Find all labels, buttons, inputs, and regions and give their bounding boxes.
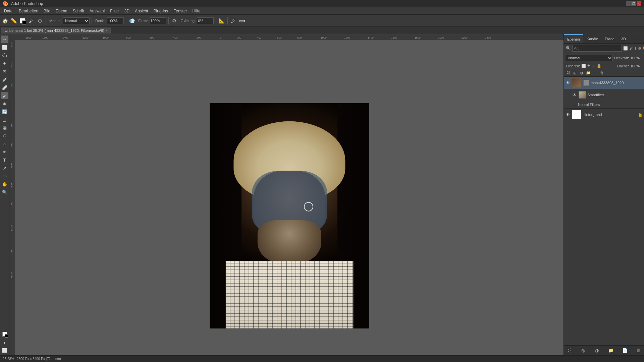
- healing-brush-tool[interactable]: 🩹: [1, 84, 8, 91]
- beard-shape: [258, 220, 321, 265]
- zoom-tool[interactable]: 🔍: [1, 188, 8, 196]
- shape-tool[interactable]: ▭: [1, 172, 8, 180]
- layer-item-hintergrund[interactable]: 👁 Hintergrund 🔒: [564, 109, 644, 121]
- close-button[interactable]: ✕: [637, 1, 641, 6]
- brush-tool[interactable]: 🖌: [1, 92, 8, 99]
- pen-tool[interactable]: ✒: [1, 148, 8, 156]
- canvas-area[interactable]: 1800 1600 1400 1200 1000 800 600 400 200…: [9, 34, 564, 355]
- photo-canvas[interactable]: [210, 103, 369, 328]
- fixieren-icon-4[interactable]: 🔒: [597, 64, 601, 68]
- menu-datei[interactable]: Datei: [1, 8, 16, 14]
- deck-input[interactable]: [107, 17, 124, 24]
- group-btn[interactable]: 📁: [607, 347, 614, 354]
- brush-options-icon[interactable]: 🖌: [28, 17, 35, 24]
- adjustment-btn[interactable]: ◑: [594, 347, 600, 354]
- add-layer-icon[interactable]: +: [592, 70, 598, 76]
- add-mask-icon[interactable]: ◎: [572, 70, 578, 76]
- adjustment-icon[interactable]: ◑: [579, 70, 585, 76]
- clone-stamp-tool[interactable]: ⊕: [1, 100, 8, 107]
- menu-schrift[interactable]: Schrift: [70, 8, 87, 14]
- home-icon[interactable]: 🏠: [1, 17, 9, 24]
- flaeche-value[interactable]: 100%: [630, 64, 642, 68]
- marquee-tool[interactable]: ⬜: [1, 44, 8, 51]
- tab-close-button[interactable]: ×: [106, 28, 108, 32]
- document-tab[interactable]: Unbenannt-1 bei 25,3% (man-4333898_1920,…: [1, 27, 111, 34]
- layer-visibility-hintergrund[interactable]: 👁: [565, 112, 571, 117]
- layer-neural-filters[interactable]: — Neural Filters: [564, 101, 644, 108]
- move-tool[interactable]: ↔: [1, 36, 8, 43]
- opacity-value[interactable]: 100%: [630, 56, 642, 60]
- layer-item-man[interactable]: 👁 man-4333898_1920: [564, 77, 644, 89]
- lasso-tool[interactable]: [1, 52, 8, 59]
- smoothing-icon[interactable]: ⚙: [171, 17, 178, 24]
- menu-bild[interactable]: Bild: [41, 8, 53, 14]
- canvas-viewport[interactable]: [15, 40, 564, 355]
- delete-btn[interactable]: 🗑: [635, 347, 642, 354]
- color-tools[interactable]: [1, 330, 8, 338]
- dodge-tool[interactable]: ○: [1, 140, 8, 147]
- color-swatch[interactable]: [19, 17, 26, 24]
- layer-visibility-smartfilter[interactable]: 👁: [572, 92, 577, 98]
- fill-row: Fixieren: ⬜ ✚ ↔ 🔒 Fläche: 100%: [564, 63, 644, 69]
- menu-filter[interactable]: Filter: [107, 8, 122, 14]
- filter-icon-4[interactable]: ⚙: [638, 46, 641, 51]
- blur-tool[interactable]: [1, 132, 8, 139]
- fixieren-label: Fixieren:: [566, 64, 580, 68]
- eyedropper-tool[interactable]: 💉: [1, 76, 8, 83]
- pressure-icon[interactable]: 🖊: [230, 17, 237, 24]
- new-layer-btn[interactable]: 📄: [622, 347, 628, 354]
- menu-hilfe[interactable]: Hilfe: [190, 8, 203, 14]
- screen-mode-button[interactable]: ⬜: [1, 347, 8, 354]
- tab-ebenen[interactable]: Ebenen: [564, 34, 583, 43]
- delete-layer-icon[interactable]: 🗑: [599, 70, 605, 76]
- menu-bearbeiten[interactable]: Bearbeiten: [16, 8, 41, 14]
- blend-mode-select[interactable]: Normal Multiplizieren Überlagern: [566, 55, 613, 61]
- link-icon[interactable]: ⛓: [566, 347, 573, 354]
- layer-visibility-man[interactable]: 👁: [565, 80, 571, 85]
- brush-icon[interactable]: ✏️: [10, 17, 17, 24]
- tabbar: Unbenannt-1 bei 25,3% (man-4333898_1920,…: [0, 27, 644, 34]
- angle-icon[interactable]: 📐: [218, 17, 225, 24]
- menu-3d[interactable]: 3D: [122, 8, 132, 14]
- fixieren-icon-1[interactable]: ⬜: [581, 64, 586, 68]
- menu-ansicht[interactable]: Ansicht: [132, 8, 151, 14]
- panel-search-input[interactable]: [572, 45, 622, 52]
- menu-auswahl[interactable]: Auswahl: [87, 8, 107, 14]
- eraser-tool[interactable]: ◻: [1, 116, 8, 123]
- filter-icon-3[interactable]: T: [634, 46, 637, 50]
- path-select-tool[interactable]: ↗: [1, 164, 8, 172]
- symmetry-icon[interactable]: ⟺: [238, 17, 246, 24]
- fixieren-icon-3[interactable]: ↔: [592, 64, 595, 68]
- link-layers-icon[interactable]: ⛓: [565, 70, 571, 76]
- fluss-input[interactable]: [150, 17, 166, 24]
- tab-pfade[interactable]: Pfade: [601, 34, 618, 43]
- minimize-button[interactable]: —: [626, 1, 631, 6]
- quick-mask-button[interactable]: ⬧: [1, 339, 8, 346]
- maximize-button[interactable]: ❐: [631, 1, 636, 6]
- brush-tool-icon[interactable]: ⬡: [36, 17, 44, 24]
- magic-wand-tool[interactable]: ✦: [1, 60, 8, 67]
- left-toolbar: ↔ ⬜ ✦ ⊡ 💉 🩹 🖌 ⊕ 🔄 ◻ ▦ ○ ✒ T: [0, 34, 9, 355]
- tab-3d[interactable]: 3D: [618, 34, 629, 43]
- group-layers-icon[interactable]: 📁: [585, 70, 591, 76]
- panel-search-row: 🔍 ⬜ 🖌 T ⚙ 🎨: [564, 44, 644, 53]
- titlebar-controls[interactable]: — ❐ ✕: [626, 1, 641, 6]
- add-mask-btn[interactable]: ◎: [580, 347, 586, 354]
- type-tool[interactable]: T: [1, 156, 8, 164]
- fixieren-icon-2[interactable]: ✚: [587, 64, 590, 68]
- menu-fenster[interactable]: Fenster: [171, 8, 190, 14]
- history-brush-tool[interactable]: 🔄: [1, 108, 8, 115]
- filter-icon-2[interactable]: 🖌: [629, 46, 633, 50]
- menu-ebene[interactable]: Ebene: [53, 8, 70, 14]
- layer-item-smartfilter[interactable]: 👁 Smartfilter: [564, 89, 644, 101]
- glaettung-input[interactable]: [197, 17, 214, 24]
- hand-tool[interactable]: ✋: [1, 180, 8, 188]
- filter-icon-1[interactable]: ⬜: [623, 46, 628, 51]
- airbrush-icon[interactable]: 💨: [128, 17, 136, 24]
- filter-icon-5[interactable]: 🎨: [643, 46, 644, 51]
- menu-plugins[interactable]: Plug-ins: [151, 8, 171, 14]
- tab-kanaele[interactable]: Kanäle: [583, 34, 601, 43]
- gradient-tool[interactable]: ▦: [1, 124, 8, 131]
- crop-tool[interactable]: ⊡: [1, 68, 8, 75]
- modus-select[interactable]: Normal: [63, 17, 90, 24]
